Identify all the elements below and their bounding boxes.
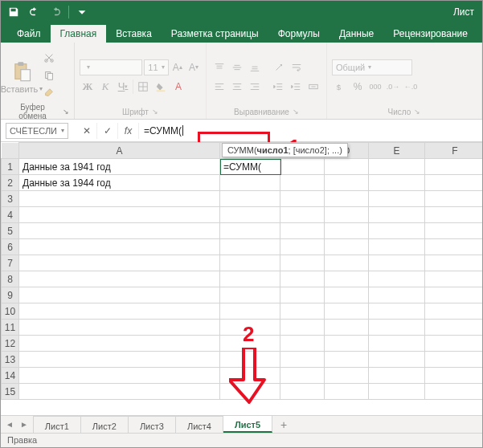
col-header[interactable]: E: [369, 143, 425, 159]
cell[interactable]: [325, 239, 369, 255]
row-header[interactable]: 5: [2, 223, 19, 239]
sheet-tab[interactable]: Лист1: [34, 416, 81, 433]
cell[interactable]: [220, 191, 280, 207]
undo-icon[interactable]: [25, 3, 44, 21]
cell[interactable]: [369, 352, 425, 368]
dialog-launcher-icon[interactable]: ↘: [152, 108, 158, 116]
cell[interactable]: [425, 239, 484, 255]
cell[interactable]: [325, 320, 369, 336]
cell[interactable]: [369, 175, 425, 191]
cell[interactable]: [19, 384, 220, 400]
cell[interactable]: [369, 239, 425, 255]
sheet-tab[interactable]: Лист4: [176, 416, 223, 433]
tab-data[interactable]: Данные: [330, 25, 383, 43]
cell[interactable]: [369, 271, 425, 287]
cell[interactable]: [220, 223, 280, 239]
align-top-icon[interactable]: [211, 59, 227, 75]
cell[interactable]: [19, 287, 220, 303]
cell[interactable]: [280, 255, 325, 271]
cell[interactable]: [425, 223, 484, 239]
cell[interactable]: [369, 191, 425, 207]
increase-indent-icon[interactable]: [288, 79, 304, 95]
cell[interactable]: [280, 352, 325, 368]
cell[interactable]: [280, 175, 325, 191]
cell[interactable]: [325, 384, 369, 400]
row-header[interactable]: 10: [2, 303, 19, 320]
decrease-font-icon[interactable]: A▾: [186, 59, 201, 75]
percent-format-icon[interactable]: %: [350, 79, 366, 95]
cell[interactable]: [369, 368, 425, 384]
cell[interactable]: [425, 384, 484, 400]
cell[interactable]: [220, 303, 280, 320]
row-header[interactable]: 4: [2, 207, 19, 223]
row-header[interactable]: 15: [2, 384, 19, 400]
cell[interactable]: [19, 223, 220, 239]
cell[interactable]: [325, 303, 369, 320]
tab-insert[interactable]: Вставка: [106, 25, 162, 43]
cell[interactable]: [220, 287, 280, 303]
cell[interactable]: [280, 271, 325, 287]
cell[interactable]: [325, 159, 369, 175]
align-center-icon[interactable]: [229, 79, 245, 95]
decrease-indent-icon[interactable]: [270, 79, 286, 95]
dialog-launcher-icon[interactable]: ↘: [63, 108, 69, 116]
cell[interactable]: [19, 239, 220, 255]
cell[interactable]: [280, 239, 325, 255]
cell[interactable]: [220, 368, 280, 384]
cell[interactable]: [369, 207, 425, 223]
cell[interactable]: [369, 384, 425, 400]
dialog-launcher-icon[interactable]: ↘: [293, 108, 299, 116]
spreadsheet-grid[interactable]: A B C D E F 1Данные за 1941 год=СУММ(2Да…: [1, 142, 482, 415]
cell[interactable]: [220, 336, 280, 352]
insert-function-button[interactable]: fx: [118, 123, 139, 139]
cell[interactable]: [220, 207, 280, 223]
cell[interactable]: [19, 207, 220, 223]
increase-font-icon[interactable]: A▴: [170, 59, 185, 75]
row-header[interactable]: 9: [2, 287, 19, 303]
align-middle-icon[interactable]: [229, 59, 245, 75]
cell[interactable]: [425, 175, 484, 191]
cell[interactable]: [220, 175, 280, 191]
cell[interactable]: [280, 207, 325, 223]
cut-icon[interactable]: [41, 50, 57, 66]
cell[interactable]: [425, 320, 484, 336]
font-family-select[interactable]: ▾: [80, 59, 142, 75]
cell[interactable]: [425, 368, 484, 384]
cell[interactable]: [19, 352, 220, 368]
row-header[interactable]: 11: [2, 320, 19, 336]
bold-button[interactable]: Ж: [80, 79, 96, 95]
borders-icon[interactable]: [135, 79, 151, 95]
sheet-nav-next[interactable]: ►: [20, 420, 28, 429]
row-header[interactable]: 1: [2, 159, 19, 175]
align-left-icon[interactable]: [211, 79, 227, 95]
select-all-corner[interactable]: [2, 143, 19, 159]
number-format-select[interactable]: Общий▾: [332, 59, 412, 75]
tab-review[interactable]: Рецензирование: [383, 25, 477, 43]
cell[interactable]: [425, 287, 484, 303]
increase-decimal-icon[interactable]: .0→: [385, 79, 401, 95]
cell[interactable]: [369, 320, 425, 336]
cell[interactable]: Данные за 1944 год: [19, 175, 220, 191]
cell[interactable]: [220, 255, 280, 271]
row-header[interactable]: 13: [2, 352, 19, 368]
accounting-format-icon[interactable]: $: [332, 79, 348, 95]
wrap-text-icon[interactable]: [289, 59, 305, 75]
cell[interactable]: [220, 384, 280, 400]
cell[interactable]: [220, 352, 280, 368]
row-header[interactable]: 14: [2, 368, 19, 384]
tab-layout[interactable]: Разметка страницы: [162, 25, 268, 43]
sheet-tab[interactable]: Лист3: [129, 416, 176, 433]
cell[interactable]: [280, 223, 325, 239]
cell[interactable]: [369, 303, 425, 320]
cell[interactable]: [280, 303, 325, 320]
cell[interactable]: [369, 255, 425, 271]
cell[interactable]: [325, 352, 369, 368]
row-header[interactable]: 7: [2, 255, 19, 271]
redo-icon[interactable]: [46, 3, 65, 21]
row-header[interactable]: 8: [2, 271, 19, 287]
cell[interactable]: [325, 191, 369, 207]
align-bottom-icon[interactable]: [247, 59, 263, 75]
cell[interactable]: [19, 271, 220, 287]
col-header[interactable]: F: [425, 143, 484, 159]
cell[interactable]: [220, 320, 280, 336]
